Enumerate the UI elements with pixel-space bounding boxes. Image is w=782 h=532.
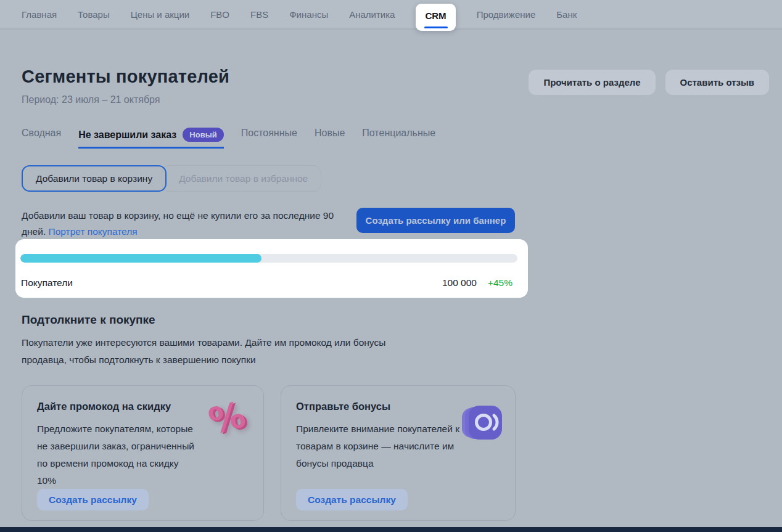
nav-item-crm-active[interactable]: CRM (416, 4, 455, 31)
nav-item-fbs[interactable]: FBS (250, 9, 268, 20)
nav-item-home[interactable]: Главная (22, 9, 57, 20)
subsegment-toggle: Добавили товар в корзину Добавили товар … (22, 165, 321, 192)
buyers-progress-fill (20, 254, 261, 263)
bottom-window-edge (0, 527, 782, 532)
tab-regular[interactable]: Постоянные (241, 128, 297, 146)
buyer-portrait-link[interactable]: Портрет покупателя (49, 226, 138, 237)
bonus-card-text: Привлеките внимание покупателей к товара… (296, 420, 463, 472)
nav-item-analytics[interactable]: Аналитика (349, 9, 395, 20)
bonus-icon (461, 403, 503, 441)
nav-item-products[interactable]: Товары (78, 9, 110, 20)
nav-item-prices-promos[interactable]: Цены и акции (131, 9, 189, 20)
promo-create-campaign-button[interactable]: Создать рассылку (37, 489, 149, 510)
nav-item-promotion[interactable]: Продвижение (477, 9, 536, 20)
buyers-metric-panel: Покупатели 100 000 +45% (15, 239, 528, 298)
tab-potential[interactable]: Потенциальные (362, 128, 435, 146)
segment-tabs: Сводная Не завершили заказ Новый Постоян… (22, 128, 435, 149)
tab-not-completed-order-label: Не завершили заказ (78, 129, 176, 141)
top-navigation: Главная Товары Цены и акции FBO FBS Фина… (0, 0, 782, 30)
nav-item-crm-label: CRM (425, 10, 446, 21)
push-section-text: Покупатели уже интересуются вашими товар… (22, 334, 429, 369)
create-campaign-button[interactable]: Создать рассылку или баннер (356, 208, 515, 233)
tab-new[interactable]: Новые (315, 128, 345, 146)
metric-change: +45% (488, 277, 512, 289)
metric-value: 100 000 (442, 277, 477, 289)
promo-code-card-text: Предложите покупателям, которые не завер… (37, 420, 199, 489)
toggle-added-to-cart[interactable]: Добавили товар в корзину (22, 165, 167, 192)
read-about-section-button[interactable]: Прочитать о разделе (529, 70, 655, 95)
bonus-card: Отправьте бонусы Привлеките внимание пок… (281, 385, 516, 521)
metric-label: Покупатели (21, 277, 73, 289)
buyers-progress-bar[interactable] (20, 254, 517, 263)
leave-feedback-button[interactable]: Оставить отзыв (665, 70, 770, 95)
segment-description: Добавили ваш товар в корзину, но ещё не … (22, 208, 339, 240)
metric-row: Покупатели 100 000 +45% (21, 275, 512, 291)
toggle-added-to-favorites[interactable]: Добавили товар в избранное (162, 165, 321, 192)
promo-code-card: Дайте промокод на скидку Предложите поку… (22, 385, 264, 521)
bonus-create-campaign-button[interactable]: Создать рассылку (296, 489, 408, 510)
period-label: Период: 23 июля – 21 октября (22, 94, 229, 105)
active-tab-underline (424, 27, 448, 28)
tab-summary[interactable]: Сводная (22, 128, 61, 146)
push-section-heading: Подтолкните к покупке (22, 313, 155, 327)
nav-item-bank[interactable]: Банк (556, 9, 577, 20)
nav-item-finance[interactable]: Финансы (289, 9, 328, 20)
nav-item-fbo[interactable]: FBO (210, 9, 229, 20)
metric-values: 100 000 +45% (442, 277, 512, 289)
tab-not-completed-order[interactable]: Не завершили заказ Новый (78, 128, 224, 149)
page-header: Сегменты покупателей Период: 23 июля – 2… (22, 67, 769, 105)
title-block: Сегменты покупателей Период: 23 июля – 2… (22, 67, 229, 105)
new-badge: Новый (183, 128, 223, 142)
page-title: Сегменты покупателей (22, 67, 229, 87)
header-buttons: Прочитать о разделе Оставить отзыв (529, 70, 769, 95)
